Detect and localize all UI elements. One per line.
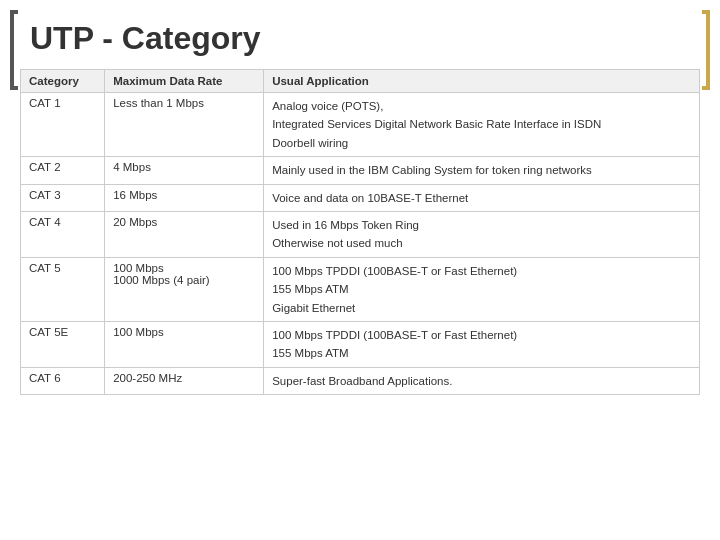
cell-application: 100 Mbps TPDDI (100BASE-T or Fast Ethern… [264, 321, 700, 367]
cell-data-rate: 4 Mbps [105, 157, 264, 184]
table-row: CAT 1Less than 1 MbpsAnalog voice (POTS)… [21, 93, 700, 157]
cell-category: CAT 1 [21, 93, 105, 157]
cell-category: CAT 4 [21, 211, 105, 257]
cell-application: Used in 16 Mbps Token RingOtherwise not … [264, 211, 700, 257]
cell-application: Analog voice (POTS),Integrated Services … [264, 93, 700, 157]
utp-category-table-container: Category Maximum Data Rate Usual Applica… [20, 69, 700, 395]
cell-category: CAT 5 [21, 257, 105, 321]
cell-application: Voice and data on 10BASE-T Ethernet [264, 184, 700, 211]
col-header-data-rate: Maximum Data Rate [105, 70, 264, 93]
cell-category: CAT 5E [21, 321, 105, 367]
table-row: CAT 5E100 Mbps100 Mbps TPDDI (100BASE-T … [21, 321, 700, 367]
bracket-right-decoration [702, 10, 710, 90]
table-row: CAT 316 MbpsVoice and data on 10BASE-T E… [21, 184, 700, 211]
cell-application: Super-fast Broadband Applications. [264, 367, 700, 394]
cell-data-rate: 200-250 MHz [105, 367, 264, 394]
cell-application: 100 Mbps TPDDI (100BASE-T or Fast Ethern… [264, 257, 700, 321]
cell-category: CAT 2 [21, 157, 105, 184]
cell-category: CAT 6 [21, 367, 105, 394]
table-row: CAT 24 MbpsMainly used in the IBM Cablin… [21, 157, 700, 184]
col-header-application: Usual Application [264, 70, 700, 93]
table-row: CAT 6200-250 MHzSuper-fast Broadband App… [21, 367, 700, 394]
bracket-left-decoration [10, 10, 18, 90]
cell-data-rate: Less than 1 Mbps [105, 93, 264, 157]
table-header-row: Category Maximum Data Rate Usual Applica… [21, 70, 700, 93]
table-row: CAT 420 MbpsUsed in 16 Mbps Token RingOt… [21, 211, 700, 257]
cell-data-rate: 16 Mbps [105, 184, 264, 211]
page-title: UTP - Category [30, 20, 690, 57]
table-row: CAT 5100 Mbps1000 Mbps (4 pair)100 Mbps … [21, 257, 700, 321]
col-header-category: Category [21, 70, 105, 93]
cell-category: CAT 3 [21, 184, 105, 211]
cell-data-rate: 20 Mbps [105, 211, 264, 257]
cell-application: Mainly used in the IBM Cabling System fo… [264, 157, 700, 184]
cell-data-rate: 100 Mbps1000 Mbps (4 pair) [105, 257, 264, 321]
cell-data-rate: 100 Mbps [105, 321, 264, 367]
utp-category-table: Category Maximum Data Rate Usual Applica… [20, 69, 700, 395]
